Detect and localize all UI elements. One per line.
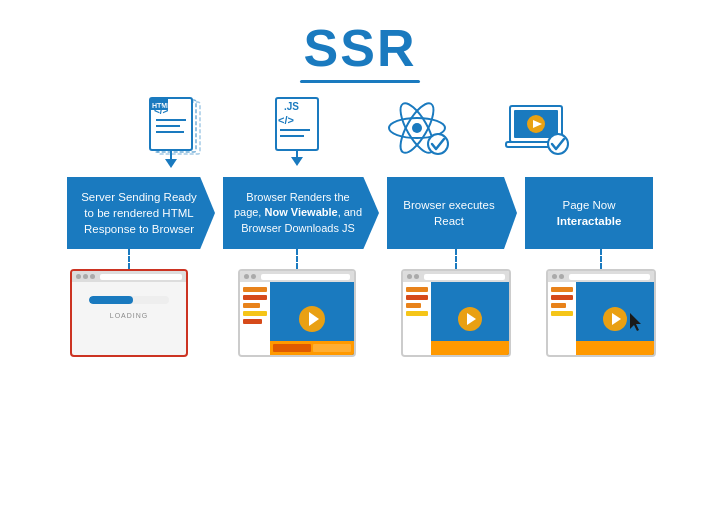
step2-screen-col (219, 249, 375, 357)
step4-label: Page Now Interactable (535, 197, 643, 229)
dot3 (90, 274, 95, 279)
vdash4 (600, 249, 602, 269)
cursor-icon (630, 313, 646, 337)
step2-box: Browser Renders the page, Now Viewable, … (223, 177, 379, 249)
step3-screen (401, 269, 511, 357)
svg-text:.JS: .JS (284, 101, 299, 112)
screen2-titlebar (240, 271, 354, 282)
play-btn2 (299, 306, 325, 332)
loading-bar-track (89, 296, 169, 304)
loading-label: LOADING (110, 312, 149, 319)
step1-label: Server Sending Ready to be rendered HTML… (77, 189, 201, 237)
step3-box: Browser executes React (387, 177, 517, 249)
step3-icon-wrapper (370, 87, 470, 177)
page-title: SSR (0, 18, 720, 78)
connector-spacer-3 (517, 177, 525, 249)
screen3-titlebar (403, 271, 509, 282)
step-boxes-row: Server Sending Ready to be rendered HTML… (0, 177, 720, 249)
dot2 (83, 274, 88, 279)
step4-screen (546, 269, 656, 357)
svg-marker-10 (165, 159, 177, 168)
play-btn4 (603, 307, 627, 331)
loading-bar-fill (89, 296, 133, 304)
step1-screen-col: LOADING (55, 249, 203, 357)
screens-row: LOADING (0, 249, 720, 357)
step1-icon-wrapper: HTML </> (130, 87, 230, 177)
step3-icon (370, 87, 470, 177)
page-title-area: SSR (0, 0, 720, 83)
step4-box: Page Now Interactable (525, 177, 653, 249)
connector-spacer-2 (379, 177, 387, 249)
loading-content: LOADING (72, 282, 186, 323)
icons-row: HTML </> .JS </> (0, 87, 720, 177)
step1-icon: HTML </> (130, 87, 230, 177)
step4-icon-wrapper (490, 87, 590, 177)
step4-screen-col (537, 249, 665, 357)
step1-box: Server Sending Ready to be rendered HTML… (67, 177, 215, 249)
title-underline (300, 80, 420, 83)
step2-screen (238, 269, 356, 357)
play-btn3 (458, 307, 482, 331)
svg-marker-29 (630, 313, 641, 331)
vdash2 (296, 249, 298, 269)
dot1 (76, 274, 81, 279)
svg-marker-17 (291, 157, 303, 166)
svg-text:</>: </> (278, 114, 294, 126)
screen4-titlebar (548, 271, 654, 282)
step3-label: Browser executes React (397, 197, 501, 229)
svg-text:</>: </> (154, 105, 169, 116)
loading-screen: LOADING (70, 269, 188, 357)
screen1-titlebar (72, 271, 186, 282)
svg-point-21 (412, 123, 422, 133)
step2-label: Browser Renders the page, Now Viewable, … (233, 190, 363, 236)
connector-spacer-1 (215, 177, 223, 249)
screen2-content (240, 282, 354, 355)
address-bar (100, 274, 182, 280)
step3-screen-col (391, 249, 521, 357)
step2-icon: .JS </> (250, 87, 350, 177)
vdash1 (128, 249, 130, 269)
step2-icon-wrapper: .JS </> (250, 87, 350, 177)
step4-icon (490, 87, 590, 177)
vdash3 (455, 249, 457, 269)
